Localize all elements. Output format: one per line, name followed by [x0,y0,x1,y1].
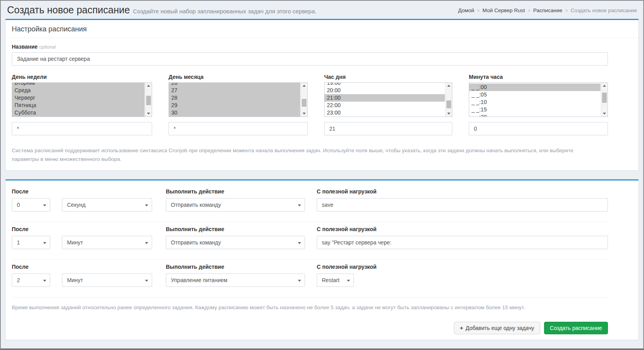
unit-value: Минут [67,239,83,246]
tasks-panel: После 0 Секунд Выпол [5,179,639,340]
action-select[interactable]: Отправить команду [166,236,305,249]
delay-select[interactable]: 0 [12,198,50,211]
action-select[interactable]: Отправить команду [166,198,305,211]
list-option[interactable]: Суббота [12,109,145,117]
list-option[interactable]: 27 [169,87,300,94]
list-option[interactable]: _ _:15 [469,106,600,113]
day-of-week-cron-input[interactable] [12,122,152,135]
cron-help-text: Система расписаний поддерживает использо… [12,146,592,164]
tasks-footer-note: Время выполнения заданий относительно ра… [12,304,608,312]
chevron-down-icon [298,204,301,206]
after-label: После [12,264,50,273]
scroll-up-icon[interactable] [301,83,307,89]
list-option[interactable]: 30 [169,109,300,117]
payload-label: С полезной нагрузкой [317,188,608,198]
list-option[interactable]: 20:00 [325,87,445,94]
breadcrumb-current: Создать новое расписание [571,7,637,13]
list-option[interactable]: Пятница [12,102,145,109]
list-option[interactable]: 31 [169,117,300,117]
breadcrumb-separator-icon: > [565,8,568,13]
scrollbar-track[interactable] [145,89,152,111]
action-select[interactable]: Управление питанием [166,273,305,287]
scroll-down-icon[interactable] [446,111,452,117]
unit-select[interactable]: Минут [62,273,152,287]
list-option[interactable]: _ _:20 [469,113,600,117]
task-row: После 0 Секунд Выпол [12,184,608,222]
list-option[interactable]: 21:00 [325,94,445,102]
scrollbar-track[interactable] [601,89,608,111]
delay-value: 2 [17,277,20,283]
name-label: Названиеoptional [12,44,608,50]
list-option[interactable]: _ _:10 [469,98,600,106]
chevron-down-icon [347,280,350,282]
day-of-week-label: День недели [12,74,47,80]
scrollbar-thumb[interactable] [146,96,151,105]
panel-title: Настройка расписания [12,25,632,33]
unit-select[interactable]: Секунд [62,198,152,211]
scrollbar-thumb[interactable] [302,99,307,107]
breadcrumb-separator-icon: > [528,8,530,13]
action-label: Выполнить действие [166,226,305,236]
delay-select[interactable]: 2 [12,273,50,287]
action-value: Отправить команду [171,202,221,208]
hour-listbox[interactable]: 19:00 20:00 21:00 22:00 23:00 [324,82,452,117]
scrollbar-thumb[interactable] [602,93,607,103]
schedule-name-input[interactable] [12,52,608,66]
listbox-scrollbar[interactable] [601,83,608,117]
after-label: После [12,188,50,198]
scrollbar-track[interactable] [301,89,307,111]
scroll-down-icon[interactable] [301,111,307,117]
delay-select[interactable]: 1 [12,236,50,249]
content-header: Создать новое расписание Создайте новый … [1,1,643,19]
list-option[interactable]: 23:00 [325,109,445,117]
list-option[interactable]: Среда [12,87,145,94]
payload-input[interactable] [317,236,608,249]
panel-header: Настройка расписания [5,20,639,38]
add-task-button-label: Добавить еще одну задачу [466,325,534,331]
list-option[interactable]: Вторник [12,82,145,87]
day-of-month-listbox[interactable]: 26 27 28 29 30 31 [169,82,308,117]
add-task-button[interactable]: + Добавить еще одну задачу [454,322,540,334]
listbox-scrollbar[interactable] [445,83,452,117]
action-label: Выполнить действие [166,188,305,198]
scroll-down-icon[interactable] [145,111,152,117]
breadcrumb-schedule[interactable]: Расписание [533,7,562,13]
list-option[interactable]: 22:00 [325,102,445,109]
create-schedule-button[interactable]: Создать расписание [544,322,608,334]
breadcrumb-home[interactable]: Домой [458,7,474,13]
plus-icon: + [460,324,463,331]
payload-value: Restart [322,277,339,283]
cron-column-hour: Час дня 19:00 20:00 21:00 22:00 23:00 [324,74,452,135]
action-label: Выполнить действие [166,264,305,273]
scroll-up-icon[interactable] [601,83,608,89]
payload-input[interactable] [317,198,608,211]
scroll-up-icon[interactable] [446,83,452,89]
payload-select[interactable]: Restart [317,273,354,287]
breadcrumb-separator-icon: > [477,8,480,13]
divider [12,297,608,297]
listbox-scrollbar[interactable] [145,83,152,117]
list-option[interactable]: _ _:00 [469,84,600,91]
breadcrumb-server[interactable]: Мой Сервер Rust [483,7,525,13]
cron-column-day-of-week: День недели Вторник Среда Черверг Пятниц… [12,74,152,135]
unit-select[interactable]: Минут [62,236,152,249]
scroll-down-icon[interactable] [601,111,608,117]
optional-tag: optional [39,44,56,50]
delay-value: 0 [17,202,20,208]
scrollbar-track[interactable] [446,89,452,111]
listbox-scrollbar[interactable] [301,83,307,117]
list-option[interactable]: _ _:05 [469,91,600,98]
list-option[interactable]: 28 [169,94,300,102]
unit-value: Секунд [67,202,85,208]
list-option[interactable]: 29 [169,102,300,109]
minute-listbox[interactable]: _ _:00 _ _:05 _ _:10 _ _:15 _ _:20 [469,82,608,117]
day-of-week-listbox[interactable]: Вторник Среда Черверг Пятница Суббота [12,82,152,117]
scroll-up-icon[interactable] [145,83,152,89]
list-option[interactable]: Черверг [12,94,145,102]
scrollbar-thumb[interactable] [446,100,451,108]
hour-cron-input[interactable] [324,122,452,135]
day-of-month-cron-input[interactable] [169,122,308,135]
list-option[interactable]: 26 [169,82,300,87]
list-option[interactable]: 19:00 [325,82,445,87]
minute-cron-input[interactable] [469,122,608,135]
